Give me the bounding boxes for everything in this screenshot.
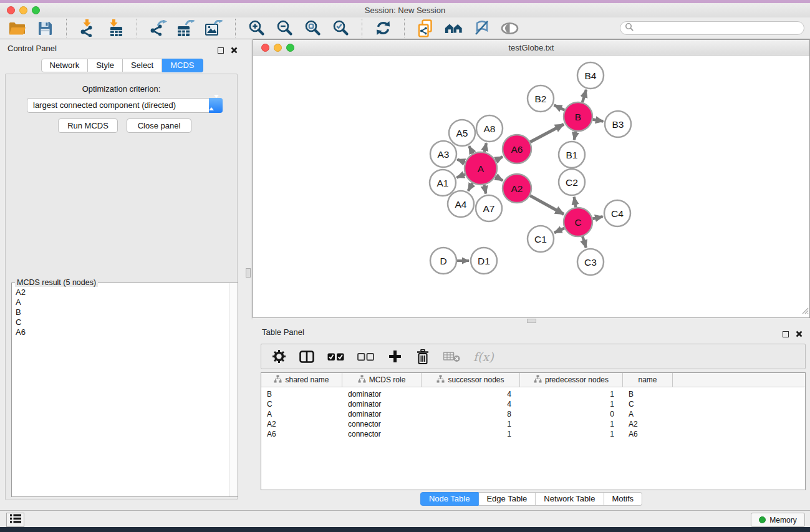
select-all-checkboxes-icon[interactable] (327, 349, 344, 365)
close-panel-icon[interactable] (231, 45, 238, 56)
graphics-details-icon[interactable] (473, 19, 491, 37)
table-cell[interactable]: A6 (623, 429, 673, 439)
table-cell[interactable]: dominator (342, 409, 422, 419)
export-image-icon[interactable] (205, 19, 223, 37)
table-cell[interactable]: 1 (520, 419, 623, 429)
node-table[interactable]: shared nameMCDS rolesuccessor nodesprede… (261, 372, 806, 490)
table-cell[interactable]: 1 (422, 419, 520, 429)
close-panel-icon[interactable] (796, 329, 803, 340)
search-input[interactable] (620, 21, 804, 35)
clone-network-icon[interactable] (417, 19, 435, 37)
table-cell[interactable]: connector (342, 419, 422, 429)
table-cell[interactable]: dominator (342, 399, 422, 409)
export-table-icon[interactable] (177, 19, 195, 37)
add-column-icon[interactable] (387, 349, 402, 365)
open-file-icon[interactable] (8, 19, 26, 37)
table-cell[interactable]: A2 (261, 419, 342, 429)
graph-edge-A6-B[interactable] (530, 124, 564, 142)
column-header-MCDS-role[interactable]: MCDS role (342, 373, 422, 387)
graph-edge-A-A1[interactable] (456, 175, 465, 178)
table-cell[interactable]: A6 (261, 429, 342, 439)
horizontal-splitter[interactable] (253, 318, 810, 323)
table-cell[interactable]: 8 (422, 409, 520, 419)
network-window-titlebar[interactable]: testGlobe.txt (253, 40, 809, 56)
tab-style[interactable]: Style (88, 59, 123, 72)
run-mcds-button[interactable]: Run MCDS (58, 118, 118, 133)
network-canvas[interactable]: B4B2BB3A8A5A6A3B1AC2A1A2A4A7C4CC1DD1C3 (253, 56, 809, 317)
eye-icon[interactable] (501, 19, 519, 37)
resize-grip-icon[interactable] (801, 306, 809, 317)
table-cell[interactable]: B (623, 389, 673, 399)
delete-column-icon[interactable] (415, 349, 430, 365)
table-cell[interactable]: A (261, 409, 342, 419)
float-panel-icon[interactable] (218, 47, 224, 54)
graph-edge-A-A3[interactable] (457, 160, 465, 163)
column-header-shared-name[interactable]: shared name (261, 373, 342, 387)
show-tasks-button[interactable] (6, 513, 24, 527)
vertical-splitter[interactable] (244, 39, 253, 505)
zoom-out-icon[interactable] (276, 19, 294, 37)
tab-network-table[interactable]: Network Table (536, 492, 604, 506)
tab-select[interactable]: Select (123, 59, 162, 72)
column-header-predecessor-nodes[interactable]: predecessor nodes (520, 373, 623, 387)
splitter-handle[interactable] (527, 319, 536, 323)
tab-mcds[interactable]: MCDS (162, 59, 203, 72)
refresh-layout-icon[interactable] (374, 19, 392, 37)
graph-edge-A-A8[interactable] (485, 143, 486, 152)
graph-edge-A-A5[interactable] (469, 146, 473, 153)
table-cell[interactable]: C (261, 399, 342, 409)
graph-edge-A-A2[interactable] (496, 177, 503, 180)
table-row[interactable]: Cdominator41C (261, 399, 805, 409)
table-cell[interactable]: dominator (342, 389, 422, 399)
table-cell[interactable]: A2 (623, 419, 673, 429)
zoom-in-icon[interactable] (248, 19, 266, 37)
table-cell[interactable]: B (261, 389, 342, 399)
graph-edge-B-B1[interactable] (574, 132, 576, 140)
first-neighbors-icon[interactable] (445, 19, 463, 37)
graph-edge-B-B2[interactable] (554, 105, 565, 110)
table-row[interactable]: A6connector11A6 (261, 429, 805, 439)
table-row[interactable]: Bdominator41B (261, 389, 805, 399)
import-network-icon[interactable] (79, 19, 97, 37)
tab-motifs[interactable]: Motifs (604, 492, 642, 506)
zoom-selected-icon[interactable] (332, 19, 350, 37)
column-header-successor-nodes[interactable]: successor nodes (422, 373, 520, 387)
deselect-all-checkboxes-icon[interactable] (357, 349, 374, 365)
table-cell[interactable]: 1 (422, 429, 520, 439)
tab-node-table[interactable]: Node Table (420, 492, 479, 506)
table-cell[interactable]: 4 (422, 399, 520, 409)
graph-edge-C-C3[interactable] (582, 236, 586, 248)
splitter-handle[interactable] (246, 268, 251, 278)
graph-edge-B-B4[interactable] (582, 90, 586, 102)
table-cell[interactable]: 1 (520, 429, 623, 439)
network-graph[interactable]: B4B2BB3A8A5A6A3B1AC2A1A2A4A7C4CC1DD1C3 (253, 56, 809, 317)
close-panel-button[interactable]: Close panel (127, 118, 191, 133)
import-table-icon[interactable] (107, 19, 125, 37)
optimization-criterion-select[interactable]: largest connected component (directed) (27, 98, 223, 113)
graph-edge-C-C4[interactable] (592, 216, 602, 219)
graph-edge-A2-C[interactable] (530, 196, 564, 215)
table-cell[interactable]: 1 (520, 389, 623, 399)
memory-button[interactable]: Memory (751, 513, 805, 527)
export-network-icon[interactable] (149, 19, 167, 37)
tab-edge-table[interactable]: Edge Table (478, 492, 536, 506)
graph-edge-A-A4[interactable] (468, 183, 473, 191)
delete-table-icon[interactable] (443, 349, 460, 365)
graph-edge-A-A7[interactable] (484, 185, 486, 193)
zoom-fit-icon[interactable] (304, 19, 322, 37)
table-row[interactable]: Adominator80A (261, 409, 805, 419)
graph-edge-B-B3[interactable] (593, 119, 604, 121)
table-cell[interactable]: C (623, 399, 673, 409)
table-cell[interactable]: 0 (520, 409, 623, 419)
column-header-name[interactable]: name (623, 373, 673, 387)
mcds-result-scrollbar[interactable] (229, 283, 238, 496)
table-cell[interactable]: A (623, 409, 673, 419)
settings-gear-icon[interactable] (271, 349, 286, 365)
graph-edge-A-A6[interactable] (496, 157, 503, 160)
save-session-icon[interactable] (36, 19, 54, 37)
tab-network[interactable]: Network (41, 59, 88, 72)
graph-edge-C-C2[interactable] (574, 197, 576, 208)
table-cell[interactable]: 4 (422, 389, 520, 399)
graph-edge-C-C1[interactable] (554, 228, 564, 233)
table-cell[interactable]: 1 (520, 399, 623, 409)
